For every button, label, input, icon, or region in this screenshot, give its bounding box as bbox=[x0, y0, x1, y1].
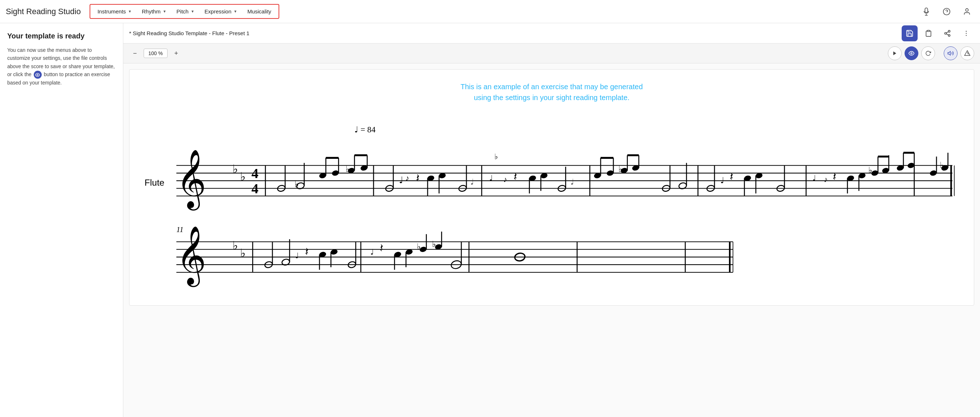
svg-text:♭: ♭ bbox=[240, 170, 245, 183]
zoom-plus-label: + bbox=[174, 50, 178, 57]
svg-point-13 bbox=[966, 33, 967, 34]
account-button[interactable] bbox=[960, 4, 974, 19]
nav-item-rhythm[interactable]: Rhythm ▼ bbox=[137, 6, 171, 17]
svg-marker-17 bbox=[948, 51, 951, 56]
svg-text:𝄽: 𝄽 bbox=[305, 248, 308, 255]
nav-item-pitch[interactable]: Pitch ▼ bbox=[172, 6, 199, 17]
svg-text:4: 4 bbox=[251, 181, 258, 196]
save-button[interactable] bbox=[902, 25, 918, 41]
svg-text:♪: ♪ bbox=[406, 174, 409, 182]
chevron-down-icon: ▼ bbox=[191, 10, 194, 13]
svg-marker-18 bbox=[965, 51, 970, 56]
svg-point-4 bbox=[966, 8, 968, 11]
svg-text:𝅗𝅥: 𝅗𝅥 bbox=[471, 178, 473, 185]
svg-point-7 bbox=[948, 30, 950, 32]
svg-point-12 bbox=[966, 30, 967, 32]
svg-point-9 bbox=[948, 35, 950, 36]
playback-toolbar: − 100 % + bbox=[123, 43, 980, 64]
sidebar-description: You can now use the menus above to custo… bbox=[7, 46, 116, 87]
svg-text:𝄽: 𝄽 bbox=[514, 173, 517, 180]
svg-text:Flute: Flute bbox=[145, 178, 165, 188]
svg-line-11 bbox=[946, 32, 948, 33]
nav-menu: Instruments ▼ Rhythm ▼ Pitch ▼ Expressio… bbox=[89, 4, 279, 19]
content-area: * Sight Reading Studio Template - Flute … bbox=[123, 23, 980, 417]
svg-text:♭: ♭ bbox=[240, 247, 245, 259]
sidebar-title: Your template is ready bbox=[7, 32, 116, 40]
play-button[interactable] bbox=[888, 46, 902, 60]
header: Sight Reading Studio Instruments ▼ Rhyth… bbox=[0, 0, 980, 23]
svg-text:𝄞: 𝄞 bbox=[176, 150, 206, 211]
example-text-line2: using the settings in your sight reading… bbox=[138, 92, 965, 103]
nav-label-instruments: Instruments bbox=[97, 8, 126, 14]
svg-text:𝄽: 𝄽 bbox=[380, 244, 383, 251]
music-notation: ♩ = 84 𝄞 Flute ♭ ♭ bbox=[138, 115, 965, 294]
nav-label-rhythm: Rhythm bbox=[142, 8, 161, 14]
nav-item-instruments[interactable]: Instruments ▼ bbox=[93, 6, 136, 17]
nav-label-pitch: Pitch bbox=[177, 8, 189, 14]
svg-text:♭: ♭ bbox=[494, 152, 498, 161]
score-toolbar: * Sight Reading Studio Template - Flute … bbox=[123, 23, 980, 43]
svg-point-14 bbox=[966, 35, 967, 36]
svg-text:♭: ♭ bbox=[232, 163, 238, 175]
zoom-in-button[interactable]: + bbox=[170, 48, 182, 59]
toolbar-actions bbox=[902, 25, 974, 41]
chevron-down-icon: ▼ bbox=[128, 10, 132, 13]
refresh-button[interactable] bbox=[921, 46, 935, 60]
svg-text:♩: ♩ bbox=[295, 251, 299, 260]
nav-item-musicality[interactable]: Musicality bbox=[243, 6, 276, 17]
svg-text:♭: ♭ bbox=[232, 239, 238, 252]
mic-button[interactable] bbox=[919, 4, 934, 19]
audio-button[interactable] bbox=[944, 46, 958, 60]
svg-text:♩: ♩ bbox=[720, 176, 724, 185]
right-controls bbox=[944, 46, 974, 60]
svg-text:♩: ♩ bbox=[399, 175, 403, 185]
svg-line-10 bbox=[946, 34, 948, 35]
svg-marker-15 bbox=[893, 51, 896, 56]
nav-item-expression[interactable]: Expression ▼ bbox=[200, 6, 242, 17]
score-display[interactable]: This is an example of an exercise that m… bbox=[123, 64, 980, 417]
eye-button[interactable] bbox=[905, 46, 918, 60]
nav-label-expression: Expression bbox=[205, 8, 231, 14]
svg-text:♩: ♩ bbox=[489, 174, 493, 182]
svg-text:♪: ♪ bbox=[824, 175, 828, 184]
svg-text:4: 4 bbox=[251, 166, 258, 181]
svg-text:𝄽: 𝄽 bbox=[730, 173, 733, 180]
svg-text:𝅗𝅥: 𝅗𝅥 bbox=[571, 178, 573, 185]
score-sheet: This is an example of an exercise that m… bbox=[129, 69, 974, 306]
header-right bbox=[919, 4, 974, 19]
nav-label-musicality: Musicality bbox=[247, 8, 271, 14]
app-title: Sight Reading Studio bbox=[6, 7, 81, 16]
svg-text:♩: ♩ bbox=[370, 248, 374, 256]
zoom-out-button[interactable]: − bbox=[129, 48, 141, 59]
svg-point-5 bbox=[37, 74, 38, 75]
more-button[interactable] bbox=[958, 25, 974, 41]
play-controls bbox=[888, 46, 935, 60]
share-button[interactable] bbox=[939, 25, 955, 41]
score-example-text: This is an example of an exercise that m… bbox=[138, 81, 965, 103]
svg-text:♩: ♩ bbox=[813, 174, 816, 182]
example-text-line1: This is an example of an exercise that m… bbox=[138, 81, 965, 92]
score-title: * Sight Reading Studio Template - Flute … bbox=[129, 30, 902, 36]
eye-icon-inline bbox=[34, 71, 42, 79]
chevron-down-icon: ▼ bbox=[234, 10, 237, 13]
svg-point-8 bbox=[945, 32, 947, 34]
chevron-down-icon: ▼ bbox=[163, 10, 167, 13]
svg-point-16 bbox=[911, 53, 912, 54]
main-layout: Your template is ready You can now use t… bbox=[0, 23, 980, 417]
metronome-button[interactable] bbox=[961, 46, 974, 60]
sidebar: Your template is ready You can now use t… bbox=[0, 23, 123, 417]
svg-text:♩ = 84: ♩ = 84 bbox=[354, 125, 376, 134]
svg-text:𝄞: 𝄞 bbox=[176, 227, 206, 287]
zoom-display: 100 % bbox=[144, 49, 167, 58]
help-button[interactable] bbox=[939, 4, 954, 19]
svg-rect-6 bbox=[928, 30, 930, 31]
svg-text:♪: ♪ bbox=[503, 175, 508, 184]
zoom-minus-label: − bbox=[133, 50, 137, 57]
svg-text:𝄽: 𝄽 bbox=[833, 173, 836, 180]
clipboard-button[interactable] bbox=[921, 25, 937, 41]
